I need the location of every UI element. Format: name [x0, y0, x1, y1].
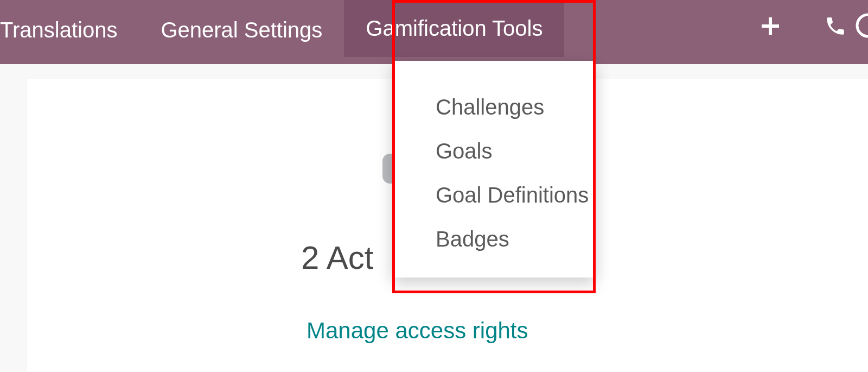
dropdown-item-goals[interactable]: Goals [392, 129, 596, 173]
svg-rect-1 [762, 24, 779, 28]
nav-item-gamification-tools[interactable]: Gamification Tools [344, 0, 564, 57]
svg-point-2 [857, 15, 868, 36]
dropdown-label: Goal Definitions [436, 183, 589, 207]
dropdown-label: Challenges [436, 95, 544, 119]
manage-access-rights-link[interactable]: Manage access rights [307, 318, 528, 344]
navbar: Translations General Settings Gamificati… [0, 0, 868, 64]
clock-icon[interactable] [854, 12, 868, 39]
gamification-dropdown: Challenges Goals Goal Definitions Badges [392, 61, 596, 278]
dropdown-item-challenges[interactable]: Challenges [392, 85, 596, 129]
nav-label: General Settings [161, 18, 322, 42]
dropdown-label: Badges [436, 227, 509, 251]
nav-label: Translations [0, 18, 117, 42]
nav-icons [738, 0, 868, 52]
dropdown-item-badges[interactable]: Badges [392, 217, 596, 261]
dropdown-label: Goals [436, 139, 493, 163]
nav-item-translations[interactable]: Translations [0, 0, 139, 52]
nav-label: Gamification Tools [366, 16, 542, 41]
dropdown-item-goal-definitions[interactable]: Goal Definitions [392, 173, 596, 217]
page-title: 2 Act [301, 239, 373, 276]
nav-item-general-settings[interactable]: General Settings [139, 0, 344, 52]
add-icon[interactable] [738, 0, 803, 52]
